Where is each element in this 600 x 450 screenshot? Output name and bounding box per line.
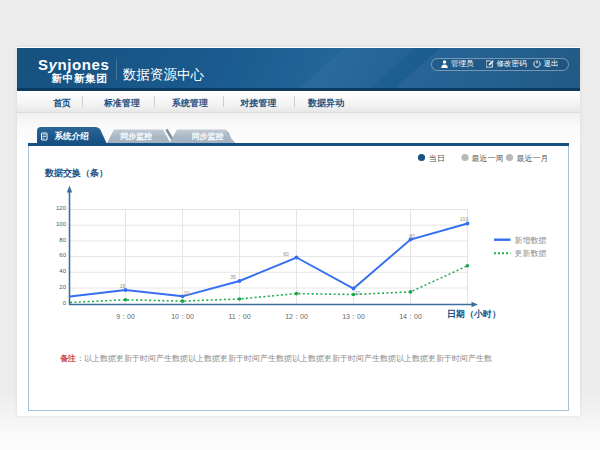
svg-text:数据交换（条）: 数据交换（条）: [44, 168, 108, 178]
svg-text:11：00: 11：00: [228, 313, 250, 320]
svg-text:10: 10: [184, 290, 190, 296]
svg-text:14：00: 14：00: [399, 313, 422, 320]
svg-text:60: 60: [59, 252, 66, 258]
svg-text:100: 100: [460, 216, 469, 222]
svg-text:80: 80: [409, 233, 415, 239]
svg-text:新增数据: 新增数据: [515, 236, 547, 245]
svg-text:80: 80: [59, 237, 66, 243]
svg-text:120: 120: [56, 205, 67, 211]
svg-text:100: 100: [56, 221, 67, 227]
svg-text:日期（小时）: 日期（小时）: [447, 309, 501, 319]
svg-text:13：00: 13：00: [342, 313, 365, 320]
svg-text:0: 0: [63, 300, 67, 306]
svg-text:10：00: 10：00: [171, 313, 194, 320]
svg-text:更新数据: 更新数据: [515, 249, 547, 258]
svg-text:最近一月: 最近一月: [517, 154, 549, 163]
svg-text:10: 10: [355, 290, 361, 296]
svg-text:60: 60: [283, 251, 289, 257]
svg-text:35: 35: [230, 274, 236, 280]
svg-text:9：00: 9：00: [116, 313, 135, 320]
svg-text:20: 20: [59, 284, 66, 290]
svg-text:同步监控: 同步监控: [120, 132, 152, 141]
svg-text:同步监控: 同步监控: [192, 132, 224, 141]
svg-text:18: 18: [120, 283, 126, 289]
svg-text:当日: 当日: [429, 154, 445, 163]
svg-text:12：00: 12：00: [285, 313, 308, 320]
svg-text:系统介绍: 系统介绍: [54, 131, 90, 141]
svg-text:最近一周: 最近一周: [472, 154, 504, 163]
svg-text:40: 40: [59, 268, 66, 274]
